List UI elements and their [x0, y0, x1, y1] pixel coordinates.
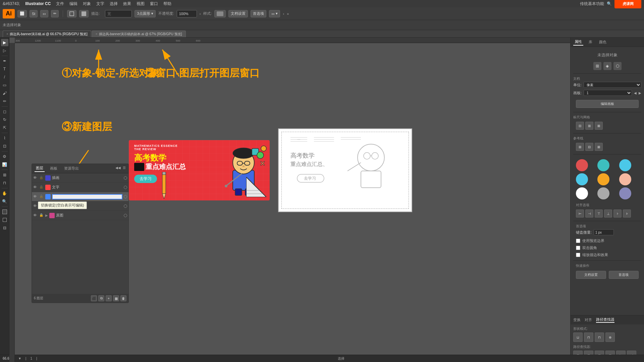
style-swatch[interactable] — [214, 10, 226, 17]
pencil-tool[interactable]: ✏ — [1, 98, 8, 105]
free-transform-tool[interactable]: ⊡ — [1, 142, 8, 150]
add-guides-btn[interactable]: ⊞ — [576, 143, 584, 151]
layer-1-lock[interactable]: 🔒 — [39, 185, 44, 190]
arrange-btn[interactable]: ⚏ ▾ — [269, 10, 280, 17]
menu-effects[interactable]: 效果 — [123, 1, 131, 7]
workspace-btn[interactable]: ⚏ — [40, 10, 48, 17]
ruler-toggle-btn[interactable]: ⊟ — [576, 122, 584, 130]
swatch-peach[interactable] — [619, 173, 631, 185]
layers-tab-layers[interactable]: 图层 — [35, 165, 45, 172]
right-tab-library[interactable]: 库 — [587, 39, 594, 45]
menu-edit[interactable]: 编辑 — [69, 1, 77, 7]
tab-0[interactable]: × 插边风-banner演示稿.ai @ 66.67% [RGB/GPU 预览] — [3, 31, 91, 37]
apple-menu[interactable]: &#63743; — [3, 1, 20, 6]
select-tool[interactable]: ▶ — [1, 39, 8, 46]
direct-select-tool[interactable]: ▷ — [1, 47, 8, 54]
exclude-btn[interactable]: ⊕ — [605, 333, 615, 342]
swatch-red[interactable] — [576, 159, 588, 171]
transform-icon[interactable]: ⊞ — [593, 62, 601, 70]
open-btn[interactable]: St — [30, 10, 38, 17]
layers-tab-export[interactable]: 资源导出 — [63, 165, 80, 172]
opacity-input[interactable] — [177, 10, 197, 17]
layers-collapse-btn[interactable]: ◀◀ — [115, 166, 121, 170]
width-input[interactable] — [105, 10, 132, 17]
pen-tool[interactable]: ✒ — [1, 57, 8, 65]
symbol-tool[interactable]: ⚙ — [1, 153, 8, 160]
transform-tab[interactable]: 变换 — [573, 317, 581, 322]
layer-row-3[interactable]: 👁 🔒 ▶ 配色 — [32, 201, 128, 211]
align-top-btn[interactable]: ⊥ — [604, 209, 612, 218]
layers-new-layer-from-template[interactable]: ⬛ — [91, 295, 97, 301]
brush-btn[interactable]: ✏ — [51, 10, 59, 17]
snap-grid-btn[interactable]: ⊠ — [595, 122, 603, 130]
layer-row-0[interactable]: 👁 🔒 插画 — [32, 173, 128, 183]
align-right-btn[interactable]: ⊤ — [595, 209, 603, 218]
quick-preferences-btn[interactable]: 首选项 — [609, 271, 639, 279]
preferences-btn[interactable]: 首选项 — [251, 10, 266, 17]
align-bottom-btn[interactable]: ⊧ — [623, 209, 631, 218]
zoom-decrease[interactable]: ▼ — [18, 357, 21, 360]
layers-tab-artboard[interactable]: 画板 — [49, 165, 59, 172]
swatch-white[interactable] — [576, 187, 588, 199]
layer-0-lock[interactable]: 🔒 — [39, 176, 44, 180]
layer-4-expand[interactable]: ▶ — [45, 214, 48, 217]
fill-swatch[interactable] — [1, 208, 8, 216]
minus-front-btn[interactable]: ⊓ — [584, 333, 593, 342]
rotate-tool[interactable]: ↻ — [1, 116, 8, 123]
artboard-nav-prev[interactable]: ◀ — [634, 91, 637, 95]
line-tool[interactable]: / — [1, 73, 8, 81]
swatch-orange[interactable] — [597, 173, 609, 185]
layers-delete[interactable]: 🗑 — [120, 295, 126, 301]
edit-artboard-btn[interactable]: 编辑画板 — [576, 100, 639, 108]
stroke-color[interactable] — [67, 10, 76, 17]
layer-row-2[interactable]: 👁 🔒 切换锁定(空白表示可编辑) — [32, 192, 128, 201]
layers-new-sublayer[interactable]: + — [106, 295, 112, 301]
swatch-light-blue[interactable] — [576, 173, 588, 185]
color-icon[interactable]: ⬡ — [613, 62, 622, 70]
align-center-h-btn[interactable]: ⊣ — [585, 209, 593, 218]
layers-duplicate[interactable]: ⧉ — [98, 295, 104, 301]
align-tab[interactable]: 对齐 — [585, 317, 592, 322]
tiger-logo[interactable]: 虎课网 — [614, 0, 641, 8]
search-icon[interactable]: 🔍 — [607, 1, 612, 6]
screen-mode[interactable]: ⊟ — [1, 224, 8, 232]
fill-color[interactable] — [79, 10, 89, 17]
layer-4-eye[interactable]: 👁 — [33, 213, 38, 218]
zoom-tool[interactable]: 🔍 — [1, 198, 8, 205]
layers-collect-in-group[interactable]: ▦ — [113, 295, 119, 301]
text-tool[interactable]: T — [1, 65, 8, 73]
menu-window[interactable]: 窗口 — [150, 1, 158, 7]
appearance-icon[interactable]: ◈ — [603, 62, 611, 70]
smart-guides-btn[interactable]: ⊟ — [585, 143, 593, 151]
artboard-nav-next[interactable]: ▶ — [639, 91, 641, 95]
artboard-tool[interactable]: ⊞ — [1, 171, 8, 179]
use-preview-checkbox[interactable] — [576, 239, 580, 243]
tab-1[interactable]: × 插边风-banner演示稿的副本.ai @ 67% [RGB/GPU 预览] — [92, 31, 186, 37]
app-name[interactable]: Illustrator CC — [25, 1, 51, 6]
intersect-btn[interactable]: ⊓ — [595, 333, 604, 342]
scale-effects-checkbox[interactable] — [576, 253, 580, 257]
menu-file[interactable]: 文件 — [56, 1, 64, 7]
layer-2-name-input[interactable] — [52, 194, 122, 199]
pathfinder-tab[interactable]: 路径查找器 — [596, 317, 614, 323]
shape-selector[interactable]: 3点圆形 ▾ — [135, 10, 155, 17]
rect-tool[interactable]: ▭ — [1, 81, 8, 89]
align-left-btn[interactable]: ⊢ — [576, 209, 584, 218]
layer-3-eye[interactable]: 👁 — [33, 204, 38, 208]
tab-0-close[interactable]: × — [6, 32, 8, 36]
swatch-teal[interactable] — [597, 159, 609, 171]
double-corner-checkbox[interactable] — [576, 246, 580, 250]
color-mode-normal[interactable] — [1, 216, 8, 224]
menu-text[interactable]: 文字 — [96, 1, 104, 7]
nudge-input[interactable] — [594, 229, 614, 235]
paintbrush-tool[interactable]: 🖌 — [1, 89, 8, 97]
slice-tool[interactable]: ⊓ — [1, 179, 8, 187]
layers-menu-btn[interactable]: ☰ — [123, 166, 126, 170]
layer-row-4[interactable]: 👁 🔒 ▶ 原图 — [32, 211, 128, 220]
clear-guides-btn[interactable]: ⊠ — [595, 143, 603, 151]
menu-object[interactable]: 对象 — [83, 1, 91, 7]
menu-view[interactable]: 视图 — [137, 1, 145, 7]
swatch-purple-gray[interactable] — [619, 187, 631, 199]
warp-tool[interactable]: ⌇ — [1, 134, 8, 142]
right-tab-color[interactable]: 颜色 — [598, 39, 608, 45]
